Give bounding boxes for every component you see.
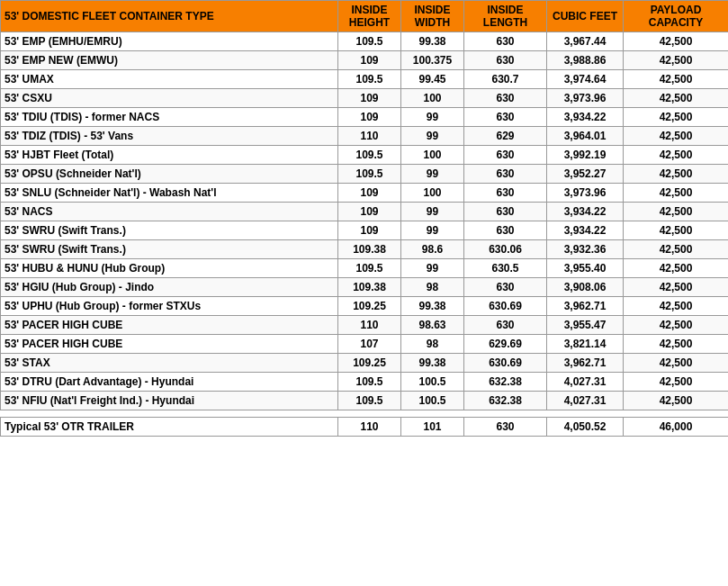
table-cell: 630.69 [464, 297, 547, 316]
table-cell: 42,500 [624, 354, 729, 373]
table-cell: 109.5 [338, 70, 401, 89]
table-cell: 630 [464, 32, 547, 51]
table-cell: 3,934.22 [547, 221, 624, 240]
table-cell: 3,908.06 [547, 278, 624, 297]
table-cell: 42,500 [624, 127, 729, 146]
table-cell: 53' TDIZ (TDIS) - 53' Vans [1, 127, 338, 146]
table-cell: 42,500 [624, 221, 729, 240]
table-cell: 630.7 [464, 70, 547, 89]
table-cell: 109.5 [338, 392, 401, 410]
table-cell: 109 [338, 89, 401, 108]
table-row: 53' HJBT Fleet (Total)109.51006303,992.1… [1, 146, 729, 165]
table-cell: 3,962.71 [547, 297, 624, 316]
table-cell: 53' PACER HIGH CUBE [1, 335, 338, 354]
header-payload-capacity: PAYLOAD CAPACITY [624, 1, 729, 32]
table-cell: 107 [338, 335, 401, 354]
table-cell: 98.63 [401, 316, 464, 335]
table-cell: 630.06 [464, 240, 547, 259]
table-cell: 109 [338, 108, 401, 127]
table-row: 53' NACS109996303,934.2242,500 [1, 203, 729, 221]
table-cell: 632.38 [464, 373, 547, 392]
table-cell: 99.38 [401, 32, 464, 51]
header-inside-length: INSIDE LENGTH [464, 1, 547, 32]
table-row: 53' STAX109.2599.38630.693,962.7142,500 [1, 354, 729, 373]
table-cell: 629.69 [464, 335, 547, 354]
table-row: 53' CSXU1091006303,973.9642,500 [1, 89, 729, 108]
table-cell: 630 [464, 108, 547, 127]
table-row: 53' HUBU & HUNU (Hub Group)109.599630.53… [1, 259, 729, 278]
header-cubic-feet: CUBIC FEET [547, 1, 624, 32]
table-cell: 100.5 [401, 392, 464, 410]
table-cell: 99 [401, 127, 464, 146]
table-cell: 53' TDIU (TDIS) - former NACS [1, 108, 338, 127]
table-cell: 53' SWRU (Swift Trans.) [1, 240, 338, 259]
table-cell: 109.5 [338, 32, 401, 51]
table-cell: 3,952.27 [547, 165, 624, 184]
table-cell: 630.69 [464, 354, 547, 373]
table-cell: 3,973.96 [547, 89, 624, 108]
table-cell: 4,027.31 [547, 392, 624, 410]
table-cell: 42,500 [624, 165, 729, 184]
table-cell: 42,500 [624, 278, 729, 297]
trailer-cell: 110 [338, 418, 401, 437]
table-cell: 53' UPHU (Hub Group) - former STXUs [1, 297, 338, 316]
table-cell: 53' SWRU (Swift Trans.) [1, 221, 338, 240]
table-cell: 630 [464, 146, 547, 165]
table-cell: 53' NACS [1, 203, 338, 221]
table-cell: 100 [401, 184, 464, 203]
table-cell: 42,500 [624, 89, 729, 108]
table-cell: 630 [464, 165, 547, 184]
table-cell: 630 [464, 184, 547, 203]
table-cell: 109 [338, 221, 401, 240]
table-cell: 3,988.86 [547, 51, 624, 70]
table-cell: 3,955.40 [547, 259, 624, 278]
table-cell: 100 [401, 146, 464, 165]
table-cell: 3,967.44 [547, 32, 624, 51]
table-cell: 53' CSXU [1, 89, 338, 108]
table-cell: 42,500 [624, 108, 729, 127]
table-cell: 3,821.14 [547, 335, 624, 354]
table-cell: 53' HUBU & HUNU (Hub Group) [1, 259, 338, 278]
table-cell: 99.45 [401, 70, 464, 89]
table-row: 53' OPSU (Schneider Nat'l)109.5996303,95… [1, 165, 729, 184]
table-row: 53' SNLU (Schneider Nat'l) - Wabash Nat'… [1, 184, 729, 203]
separator-cell [547, 410, 624, 418]
table-cell: 109.25 [338, 297, 401, 316]
table-cell: 53' SNLU (Schneider Nat'l) - Wabash Nat'… [1, 184, 338, 203]
table-cell: 53' STAX [1, 354, 338, 373]
table-cell: 42,500 [624, 259, 729, 278]
table-row: 53' DTRU (Dart Advantage) - Hyundai109.5… [1, 373, 729, 392]
table-cell: 42,500 [624, 51, 729, 70]
table-cell: 98.6 [401, 240, 464, 259]
table-cell: 630 [464, 221, 547, 240]
table-cell: 630 [464, 203, 547, 221]
table-cell: 109.38 [338, 278, 401, 297]
table-cell: 630 [464, 51, 547, 70]
table-row: 53' NFIU (Nat'l Freight Ind.) - Hyundai1… [1, 392, 729, 410]
table-cell: 3,973.96 [547, 184, 624, 203]
table-row: 53' TDIZ (TDIS) - 53' Vans110996293,964.… [1, 127, 729, 146]
separator-cell [401, 410, 464, 418]
table-cell: 42,500 [624, 392, 729, 410]
table-cell: 109 [338, 51, 401, 70]
table-cell: 42,500 [624, 373, 729, 392]
table-cell: 109.38 [338, 240, 401, 259]
table-cell: 109.5 [338, 373, 401, 392]
trailer-row: Typical 53' OTR TRAILER1101016304,050.52… [1, 418, 729, 437]
table-cell: 53' EMP (EMHU/EMRU) [1, 32, 338, 51]
table-row: 53' EMP (EMHU/EMRU)109.599.386303,967.44… [1, 32, 729, 51]
trailer-cell: Typical 53' OTR TRAILER [1, 418, 338, 437]
table-cell: 42,500 [624, 70, 729, 89]
table-cell: 100 [401, 89, 464, 108]
table-cell: 53' UMAX [1, 70, 338, 89]
table-cell: 109.5 [338, 165, 401, 184]
table-cell: 3,962.71 [547, 354, 624, 373]
table-cell: 3,932.36 [547, 240, 624, 259]
table-row: 53' SWRU (Swift Trans.)109.3898.6630.063… [1, 240, 729, 259]
trailer-cell: 101 [401, 418, 464, 437]
table-cell: 42,500 [624, 335, 729, 354]
table-cell: 99 [401, 203, 464, 221]
table-cell: 53' DTRU (Dart Advantage) - Hyundai [1, 373, 338, 392]
table-cell: 99.38 [401, 354, 464, 373]
table-cell: 53' NFIU (Nat'l Freight Ind.) - Hyundai [1, 392, 338, 410]
